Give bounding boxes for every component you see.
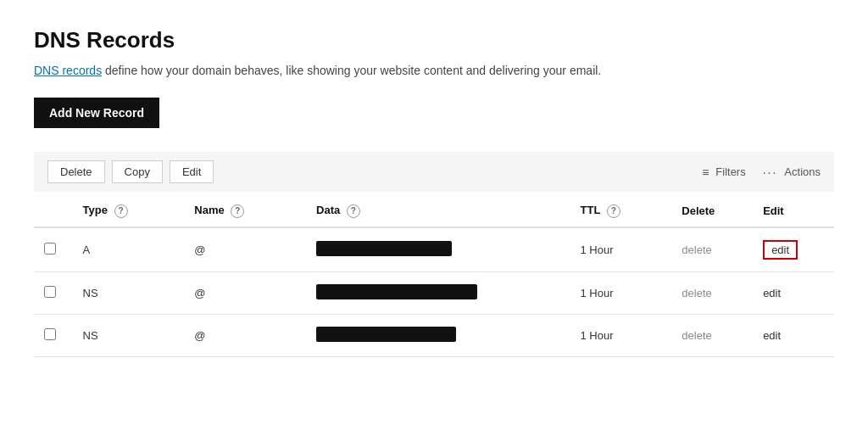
col-header-data: Data ? <box>306 192 570 227</box>
table-row: A @ 1 Hour delete edit <box>34 227 834 272</box>
edit-action-0[interactable]: edit <box>763 240 798 260</box>
delete-action-2[interactable]: delete <box>682 329 711 342</box>
row-type-0: A <box>73 227 185 272</box>
row-checkbox-cell <box>34 314 73 356</box>
edit-action-2[interactable]: edit <box>763 329 781 342</box>
row-edit-2: edit <box>753 314 834 356</box>
row-name-2: @ <box>184 314 306 356</box>
row-type-1: NS <box>73 271 185 314</box>
toolbar-right: ≡ Filters ··· Actions <box>702 165 821 179</box>
row-delete-0: delete <box>671 227 753 272</box>
delete-action-1[interactable]: delete <box>682 287 711 299</box>
page-title: DNS Records <box>34 27 834 53</box>
redacted-data-0 <box>316 241 452 256</box>
data-help-icon[interactable]: ? <box>347 204 360 218</box>
row-type-2: NS <box>73 314 185 356</box>
row-edit-0: edit <box>753 227 834 272</box>
type-help-icon[interactable]: ? <box>114 204 128 218</box>
col-header-edit: Edit <box>753 192 834 227</box>
row-name-0: @ <box>184 227 306 272</box>
dns-records-link[interactable]: DNS records <box>34 64 102 77</box>
table-row: NS @ 1 Hour delete edit <box>34 314 834 356</box>
dns-records-table: Type ? Name ? Data ? TTL ? Delete Edit <box>34 192 834 357</box>
row-checkbox-1[interactable] <box>44 286 56 298</box>
row-delete-2: delete <box>671 314 753 356</box>
copy-button[interactable]: Copy <box>112 160 163 183</box>
filter-icon: ≡ <box>702 165 709 179</box>
redacted-data-1 <box>316 284 477 299</box>
actions-button[interactable]: ··· Actions <box>763 165 821 179</box>
page-description: DNS records define how your domain behav… <box>34 64 834 77</box>
row-ttl-1: 1 Hour <box>570 271 672 314</box>
col-header-ttl: TTL ? <box>570 192 672 227</box>
col-header-name: Name ? <box>184 192 306 227</box>
col-header-check <box>34 192 73 227</box>
edit-action-1[interactable]: edit <box>763 287 781 299</box>
name-help-icon[interactable]: ? <box>231 204 244 218</box>
row-data-2 <box>306 314 570 356</box>
row-ttl-0: 1 Hour <box>570 227 672 272</box>
redacted-data-2 <box>316 327 456 342</box>
row-delete-1: delete <box>671 271 753 314</box>
row-edit-1: edit <box>753 271 834 314</box>
table-row: NS @ 1 Hour delete edit <box>34 271 834 314</box>
row-data-1 <box>306 271 570 314</box>
row-checkbox-2[interactable] <box>44 328 56 340</box>
filters-button[interactable]: ≡ Filters <box>702 165 746 179</box>
row-data-0 <box>306 227 570 272</box>
row-checkbox-cell <box>34 227 73 272</box>
toolbar: Delete Copy Edit ≡ Filters ··· Actions <box>34 152 834 192</box>
edit-button[interactable]: Edit <box>170 160 214 183</box>
col-header-delete: Delete <box>671 192 753 227</box>
col-header-type: Type ? <box>73 192 185 227</box>
add-new-record-button[interactable]: Add New Record <box>34 98 159 128</box>
row-checkbox-0[interactable] <box>44 243 56 255</box>
row-checkbox-cell <box>34 271 73 314</box>
delete-action-0[interactable]: delete <box>682 243 711 256</box>
actions-dots-icon: ··· <box>763 165 778 179</box>
row-name-1: @ <box>184 271 306 314</box>
toolbar-left: Delete Copy Edit <box>47 160 214 183</box>
ttl-help-icon[interactable]: ? <box>607 204 620 218</box>
delete-button[interactable]: Delete <box>47 160 105 183</box>
row-ttl-2: 1 Hour <box>570 314 672 356</box>
